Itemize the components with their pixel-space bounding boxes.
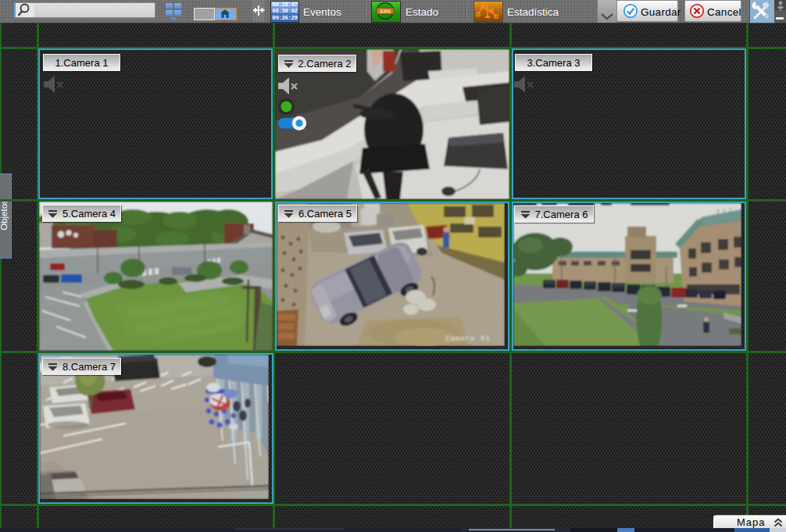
svg-text:Camera 01: Camera 01 xyxy=(445,335,491,343)
svg-text:50%: 50% xyxy=(380,9,391,15)
